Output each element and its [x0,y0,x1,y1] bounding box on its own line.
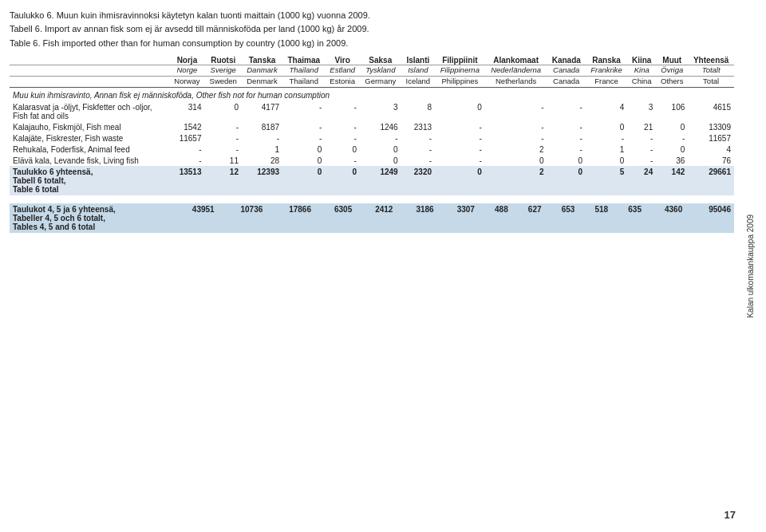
col-thaimaa: Thaimaa [282,54,325,65]
cell-meal-norway: 1542 [169,121,204,132]
table-row: Elävä kala, Levande fisk, Living fish - … [10,155,734,166]
cell-living-philippines: - [435,155,485,166]
col-kanada: Kanada [547,54,586,65]
grand-total-table: Taulukot 4, 5 ja 6 yhteensä,Tabeller 4, … [10,203,734,233]
grand-others: 4360 [645,203,685,233]
cell-living-iceland: - [401,155,435,166]
cell-waste-total: 11657 [688,132,734,144]
col-nederlanderna: Nederländerna [485,65,547,77]
cell-living-germany: 0 [360,155,401,166]
cell-feed-denmark: 1 [242,144,282,155]
main-table: Norja Ruotsi Tanska Thaimaa Viro Saksa I… [10,54,734,195]
section-header-row: Muu kuin ihmisravinto, Annan fisk ej män… [10,88,734,102]
table-row: Kalajäte, Fiskrester, Fish waste 11657 -… [10,132,734,144]
bottom-section: Taulukot 4, 5 ja 6 yhteensä,Tabeller 4, … [10,203,734,233]
cell-living-total: 76 [688,155,734,166]
cell-feed-sweden: - [204,144,241,155]
row-label-living: Elävä kala, Levande fisk, Living fish [10,155,169,166]
cell-fat-philippines: 0 [435,101,485,121]
col-ovriga: Övriga [656,65,688,77]
cell-feed-france: 1 [586,144,627,155]
grand-canada: 653 [545,203,578,233]
col-viro: Viro [325,54,360,65]
total-t6-total: 29661 [688,166,734,195]
grand-norway: 43951 [169,203,218,233]
cell-feed-norway: - [169,144,204,155]
total-t6-philippines: 0 [435,166,485,195]
row-label-feed: Rehukala, Foderfisk, Animal feed [10,144,169,155]
total-t6-germany: 1249 [360,166,401,195]
cell-fat-china: 3 [627,101,656,121]
cell-meal-sweden: - [204,121,241,132]
col-yhteensa: Yhteensä [688,54,734,65]
cell-fat-germany: 3 [360,101,401,121]
total-t6-estonia: 0 [325,166,360,195]
cell-fat-canada: - [547,101,586,121]
grand-philippines: 488 [478,203,511,233]
cell-meal-denmark: 8187 [242,121,282,132]
col-header-empty-2 [10,65,169,77]
cell-living-thailand: 0 [282,155,325,166]
cell-waste-others: - [656,132,688,144]
col-others: Others [656,77,688,88]
col-norja: Norja [169,54,204,65]
total-t6-denmark: 12393 [242,166,282,195]
grand-denmark: 17866 [266,203,314,233]
cell-waste-philippines: - [435,132,485,144]
cell-living-norway: - [169,155,204,166]
col-germany: Germany [360,77,401,88]
col-sverige: Sverige [204,65,241,77]
cell-feed-thailand: 0 [282,144,325,155]
col-canada: Canada [547,65,586,77]
cell-living-france: 0 [586,155,627,166]
cell-living-canada: 0 [547,155,586,166]
header-row-en: Norway Sweden Denmark Thailand Estonia G… [10,77,734,88]
total-t6-norway: 13513 [169,166,204,195]
intro-line2: Tabell 6. Import av annan fisk som ej är… [10,23,734,35]
col-china: China [627,77,656,88]
cell-living-estonia: - [325,155,360,166]
cell-feed-philippines: - [435,144,485,155]
row-label-meal: Kalajauho, Fiskmjöl, Fish meal [10,121,169,132]
col-islanti: Islanti [401,54,435,65]
table-row: Kalarasvat ja -öljyt, Fiskfetter och -ol… [10,101,734,121]
col-sweden: Sweden [204,77,241,88]
col-kina: Kina [627,65,656,77]
col-header-empty-1 [10,54,169,65]
col-france: France [586,77,627,88]
header-row-fi: Norja Ruotsi Tanska Thaimaa Viro Saksa I… [10,54,734,65]
col-totalt: Totalt [688,65,734,77]
cell-living-denmark: 28 [242,155,282,166]
cell-fat-denmark: 4177 [242,101,282,121]
cell-waste-netherlands: - [485,132,547,144]
table-row: Kalajauho, Fiskmjöl, Fish meal 1542 - 81… [10,121,734,132]
cell-meal-thailand: - [282,121,325,132]
col-ruotsi: Ruotsi [204,54,241,65]
grand-china: 635 [611,203,645,233]
header-row-sv: Norge Sverige Danmark Thailand Estland T… [10,65,734,77]
cell-waste-iceland: - [401,132,435,144]
total-t6-iceland: 2320 [401,166,435,195]
cell-waste-china: - [627,132,656,144]
page-number: 17 [725,509,736,521]
cell-waste-germany: - [360,132,401,144]
cell-living-china: - [627,155,656,166]
col-ranska: Ranska [586,54,627,65]
grand-total-row: Taulukot 4, 5 ja 6 yhteensä,Tabeller 4, … [10,203,734,233]
grand-germany: 3186 [396,203,436,233]
grand-total: 95046 [685,203,734,233]
total-t6-others: 142 [656,166,688,195]
cell-feed-others: 0 [656,144,688,155]
cell-feed-germany: 0 [360,144,401,155]
vertical-label: Kalan ulkomaankauppa 2009 [737,0,763,532]
grand-iceland: 3307 [437,203,478,233]
total-t6-france: 5 [586,166,627,195]
cell-meal-others: 0 [656,121,688,132]
cell-fat-norway: 314 [169,101,204,121]
cell-meal-france: 0 [586,121,627,132]
intro-text: Taulukko 6. Muun kuin ihmisravinnoksi kä… [10,10,734,49]
cell-fat-estonia: - [325,101,360,121]
col-danmark: Danmark [242,65,282,77]
col-frankrike: Frankrike [586,65,627,77]
cell-feed-total: 4 [688,144,734,155]
